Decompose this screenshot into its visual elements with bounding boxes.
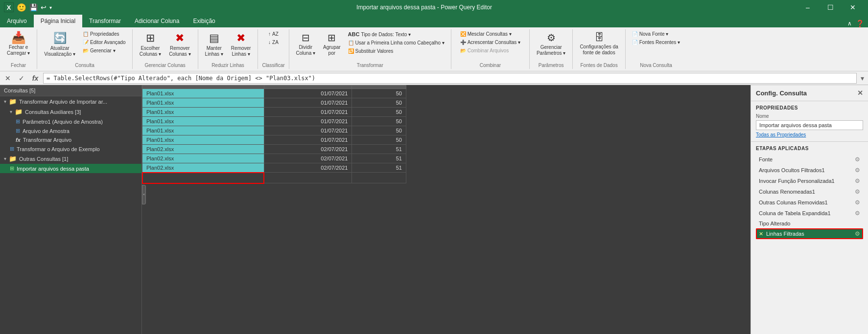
dividir-icon: ⊟	[302, 32, 310, 44]
btn-substituir[interactable]: 🔁 Substituir Valores	[346, 47, 447, 55]
step-gear-icon[interactable]: ⚙	[855, 188, 860, 195]
btn-agrupar-por[interactable]: ⊞ Agruparpor	[320, 30, 344, 58]
btn-editor-avancado[interactable]: 📝 Editor Avançado	[80, 39, 128, 46]
step-item-0[interactable]: Fonte⚙	[756, 154, 863, 165]
manter-icon: ▤	[209, 32, 219, 45]
sidebar-item-arquivo-amostra[interactable]: ⊞ Arquivo de Amostra	[0, 126, 141, 135]
col-header-3[interactable]	[352, 86, 406, 89]
sidebar-item-transformar-exemplo[interactable]: ⊞ Transformar o Arquivo de Exemplo	[0, 144, 141, 154]
sidebar-item-outras-consultas[interactable]: ▾ 📁 Outras Consultas [1]	[0, 154, 141, 164]
sidebar-item-parametro1[interactable]: ⊞ Parâmetro1 (Arquivo de Amostra)	[0, 117, 141, 126]
empty-cell-1	[142, 173, 264, 183]
btn-gerenciar[interactable]: 📂 Gerenciar ▾	[80, 47, 128, 54]
param-label: GerenciarParâmetros ▾	[537, 45, 565, 56]
step-label: Arquivos Ocultos Filtrados1	[759, 167, 825, 173]
btn-propriedades[interactable]: 📋 Propriedades	[80, 30, 128, 38]
btn-fechar-carregar[interactable]: 📥 Fechar eCarregar ▾	[4, 30, 33, 58]
quick-access-undo[interactable]: ↩	[41, 3, 47, 11]
btn-remover-colunas[interactable]: ✖ RemoverColunas ▾	[166, 30, 193, 59]
ribbon-group-combinar: 🔀 Mesclar Consultas ▾ ➕ Acrescentar Cons…	[451, 29, 530, 69]
step-item-1[interactable]: Arquivos Ocultos Filtrados1⚙	[756, 165, 863, 176]
step-gear-icon[interactable]: ⚙	[855, 199, 860, 206]
btn-config-fonte[interactable]: 🗄 Configurações dafonte de dados	[577, 30, 621, 57]
btn-escolher-colunas[interactable]: ⊞ EscolherColunas ▾	[137, 30, 164, 59]
tab-exibicao[interactable]: Exibição	[186, 15, 222, 27]
btn-acrescentar[interactable]: ➕ Acrescentar Consultas ▾	[458, 39, 523, 46]
group-label-fontes: Fontes de Dados	[580, 63, 617, 68]
formula-input[interactable]	[43, 73, 857, 84]
right-panel: Config. Consulta ✕ PROPRIEDADES Nome Tod…	[751, 85, 868, 334]
step-gear-icon[interactable]: ⚙	[855, 167, 860, 174]
btn-sort-asc[interactable]: ↑AZ	[266, 30, 281, 38]
ribbon-group-transformar: ⊟ DividirColuna ▾ ⊞ Agruparpor ABC Tipo …	[289, 29, 451, 69]
formula-confirm-btn[interactable]: ✓	[16, 72, 27, 84]
cell-num: 50	[352, 108, 406, 117]
step-label: Tipo Alterado	[759, 221, 790, 226]
btn-manter-linhas[interactable]: ▤ ManterLinhas ▾	[202, 30, 226, 59]
title-bar: X 🙂 💾 ↩ ▾ Importar arquivos dessa pasta …	[0, 0, 868, 15]
step-item-6[interactable]: Tipo Alterado	[756, 219, 863, 228]
col-header-1[interactable]	[142, 86, 264, 89]
right-panel-close-btn[interactable]: ✕	[857, 89, 863, 97]
step-item-5[interactable]: Coluna de Tabela Expandida1⚙	[756, 208, 863, 219]
right-panel-title: Config. Consulta	[756, 89, 807, 97]
window-title: Importar arquivos dessa pasta - Power Qu…	[52, 4, 797, 11]
ribbon-group-nova: 📄 Nova Fonte ▾ 📄 Fontes Recentes ▾ Nova …	[626, 29, 686, 69]
tab-adicionar-coluna[interactable]: Adicionar Coluna	[128, 15, 186, 27]
cell-num: 50	[352, 117, 406, 126]
excel-icon: X	[4, 2, 14, 12]
cell-date: 01/07/2021	[264, 89, 352, 98]
btn-tipo-dados[interactable]: ABC Tipo de Dados: Texto ▾	[346, 30, 447, 38]
table-2-label: Parâmetro1 (Arquivo de Amostra)	[23, 119, 103, 125]
formula-fx-btn[interactable]: fx	[29, 72, 41, 84]
btn-combinar-arquivos[interactable]: 📂 Combinar Arquivos	[458, 47, 511, 54]
btn-gerenciar-parametros[interactable]: ⚙ GerenciarParâmetros ▾	[534, 30, 568, 58]
dividir-label: DividirColuna ▾	[296, 45, 315, 56]
btn-nova-fonte[interactable]: 📄 Nova Fonte ▾	[630, 30, 671, 38]
step-item-3[interactable]: Colunas Renomeadas1⚙	[756, 186, 863, 197]
step-gear-icon[interactable]: ⚙	[855, 210, 860, 217]
sidebar-collapse-btn[interactable]: ‹	[142, 185, 146, 204]
sidebar-item-transformar-arquivo-fx[interactable]: fx Transformar Arquivo	[0, 135, 141, 144]
step-gear-icon[interactable]: ⚙	[855, 178, 860, 184]
table-row: Plan01.xlsx01/07/202150	[142, 98, 406, 108]
step-gear-icon[interactable]: ⚙	[855, 230, 860, 237]
name-input[interactable]	[756, 120, 863, 130]
col-header-2[interactable]	[264, 86, 352, 89]
sidebar-item-importar-pasta[interactable]: ⊞ Importar arquivos dessa pasta	[0, 164, 141, 173]
step-item-2[interactable]: Invocar Função Personalizada1⚙	[756, 176, 863, 186]
ribbon-collapse[interactable]: ∧	[847, 20, 852, 27]
step-item-4[interactable]: Outras Colunas Removidas1⚙	[756, 197, 863, 208]
sidebar-item-transformar-arquivo[interactable]: ▾ 📁 Transformar Arquivo de Importar ar..…	[0, 96, 141, 107]
btn-sort-desc[interactable]: ↓ZA	[266, 39, 281, 46]
tab-arquivo[interactable]: Arquivo	[0, 15, 34, 27]
step-item-7[interactable]: ✕Linhas Filtradas⚙	[756, 228, 863, 239]
table-row: Plan01.xlsx01/07/202150	[142, 89, 406, 98]
btn-dividir-coluna[interactable]: ⊟ DividirColuna ▾	[293, 30, 318, 58]
cell-filename: Plan02.xlsx	[142, 163, 264, 173]
formula-cancel-btn[interactable]: ✕	[2, 72, 14, 84]
grid-wrapper[interactable]: Plan01.xlsx01/07/202150Plan01.xlsx01/07/…	[142, 85, 751, 334]
nova-label: Nova Fonte ▾	[639, 31, 668, 37]
maximize-button[interactable]: ☐	[819, 0, 842, 15]
step-gear-icon[interactable]: ⚙	[855, 156, 860, 163]
btn-mesclar-consultas[interactable]: 🔀 Mesclar Consultas ▾	[458, 30, 514, 38]
ribbon-help[interactable]: ❓	[856, 20, 864, 27]
tab-pagina-inicial[interactable]: Página Inicial	[34, 15, 82, 27]
sidebar-item-consultas-auxiliares[interactable]: ▾ 📁 Consultas Auxiliares [3]	[0, 107, 141, 117]
close-button[interactable]: ✕	[842, 0, 864, 15]
cell-filename: Plan02.xlsx	[142, 154, 264, 163]
btn-fontes-recentes[interactable]: 📄 Fontes Recentes ▾	[630, 39, 682, 46]
empty-row	[142, 173, 406, 183]
formula-expand-btn[interactable]: ▾	[859, 74, 866, 82]
folder-1-label: Consultas Auxiliares [3]	[25, 109, 81, 115]
fonte-icon: 🗄	[594, 32, 604, 43]
all-properties-link[interactable]: Todas as Propriedades	[756, 132, 863, 137]
btn-atualizar[interactable]: 🔄 AtualizarVisualização ▾	[41, 30, 78, 59]
tab-transformar[interactable]: Transformar	[82, 15, 128, 27]
btn-remover-linhas[interactable]: ✖ RemoverLinhas ▾	[228, 30, 254, 59]
quick-access-save[interactable]: 💾	[29, 3, 38, 11]
minimize-button[interactable]: –	[797, 0, 819, 15]
btn-usar-primeira[interactable]: 📋 Usar a Primeira Linha como Cabeçalho ▾	[346, 39, 447, 46]
cell-date: 01/07/2021	[264, 117, 352, 126]
